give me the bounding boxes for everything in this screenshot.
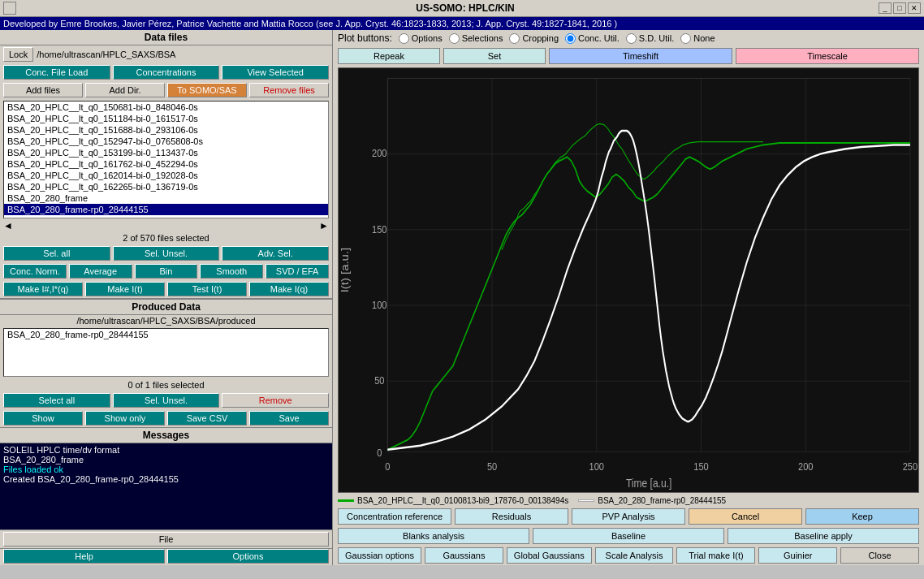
legend-row: BSA_20_HPLC__lt_q0_0100813-bi9_17876-0_0…	[333, 495, 924, 507]
legend-color-white	[578, 499, 594, 502]
to-somo-button[interactable]: To SOMO/SAS	[167, 83, 247, 97]
svg-text:200: 200	[798, 460, 814, 473]
help-button[interactable]: Help	[3, 549, 165, 564]
file-item[interactable]: BSA_20_280_frame-rp0_28444155	[4, 204, 328, 215]
average-button[interactable]: Average	[69, 264, 132, 279]
svg-text:100: 100	[372, 299, 387, 311]
adv-sel-button[interactable]: Adv. Sel.	[222, 246, 329, 261]
file-item[interactable]: BSA_20_HPLC__lt_q0_151184-bi-0_161517-0s	[4, 113, 328, 124]
radio-options[interactable]: Options	[399, 33, 443, 44]
timeshift-button[interactable]: Timeshift	[549, 48, 732, 64]
messages-content: SOLEIL HPLC time/dv formatBSA_20_280_fra…	[0, 443, 332, 529]
gaussian-options-button[interactable]: Gaussian options	[338, 547, 421, 564]
concentrations-button[interactable]: Concentrations	[113, 65, 220, 80]
select-all-button[interactable]: Select all	[3, 393, 110, 408]
messages-header: Messages	[0, 428, 332, 443]
file-item[interactable]: BSA_20_HPLC__lt_q0_162265-bi-0_136719-0s	[4, 181, 328, 192]
maximize-button[interactable]: □	[893, 2, 906, 14]
options-button[interactable]: Options	[167, 549, 329, 564]
svg-text:250: 250	[903, 460, 918, 473]
guinier-button[interactable]: Guinier	[758, 547, 837, 564]
test-it-button[interactable]: Test I(t)	[167, 282, 247, 296]
smooth-button[interactable]: Smooth	[200, 264, 263, 279]
svg-text:150: 150	[693, 460, 709, 473]
svg-text:100: 100	[589, 460, 605, 473]
svg-text:50: 50	[487, 460, 497, 473]
file-item[interactable]: BSA_20_280_frame	[4, 192, 328, 204]
bin-button[interactable]: Bin	[135, 264, 198, 279]
message-line: Files loaded ok	[3, 464, 329, 474]
save-button[interactable]: Save	[249, 411, 329, 426]
file-item[interactable]: BSA_20_HPLC__lt_q0_162014-bi-0_192028-0s	[4, 170, 328, 181]
global-gaussians-button[interactable]: Global Gaussians	[507, 547, 592, 564]
close-button[interactable]: ✕	[908, 2, 921, 14]
bottom-row2: Blanks analysis Baseline Baseline apply	[333, 526, 924, 546]
action-buttons-row: Repeak Set Timeshift Timescale	[333, 46, 924, 66]
conc-file-load-button[interactable]: Conc. File Load	[3, 65, 110, 80]
svg-text:Time [a.u.]: Time [a.u.]	[626, 477, 671, 490]
pvp-analysis-button[interactable]: PVP Analysis	[572, 508, 685, 525]
file-item[interactable]: BSA_20_HPLC__lt_q0_150681-bi-0_848046-0s	[4, 102, 328, 113]
lock-button[interactable]: Lock	[3, 47, 33, 62]
save-csv-button[interactable]: Save CSV	[167, 411, 247, 426]
produced-header: Produced Data	[0, 300, 332, 315]
file-item[interactable]: BSA_20_HPLC__lt_q0_152947-bi-0_0765808-0…	[4, 136, 328, 147]
sel-all-button[interactable]: Sel. all	[3, 246, 110, 261]
set-button[interactable]: Set	[443, 48, 546, 64]
timescale-button[interactable]: Timescale	[736, 48, 919, 64]
file-item[interactable]: BSA_20_HPLC__lt_q0_161762-bi-0_452294-0s	[4, 158, 328, 170]
produced-file-list[interactable]: BSA_20_280_frame-rp0_28444155	[3, 328, 329, 377]
chart-svg: 0 50 100 150 200 0 50 100 150 200 250 Ti…	[339, 68, 918, 492]
trial-make-it-button[interactable]: Trial make I(t)	[676, 547, 755, 564]
sel-unsel-button[interactable]: Sel. Unsel.	[113, 246, 220, 261]
gaussians-button[interactable]: Gaussians	[425, 547, 503, 564]
repeak-button[interactable]: Repeak	[338, 48, 440, 64]
produced-path: /home/ultrascan/HPLC_SAXS/BSA/produced	[0, 315, 332, 326]
make-it-button[interactable]: Make I(t)	[85, 282, 165, 296]
add-files-button[interactable]: Add files	[3, 83, 83, 97]
make-i-button[interactable]: Make I#,I*(q)	[3, 282, 83, 296]
show-button[interactable]: Show	[3, 411, 83, 426]
svd-efa-button[interactable]: SVD / EFA	[266, 264, 329, 279]
legend-item-white: BSA_20_280_frame-rp0_28444155	[578, 496, 726, 505]
blanks-analysis-button[interactable]: Blanks analysis	[338, 528, 529, 544]
produced-section: Produced Data /home/ultrascan/HPLC_SAXS/…	[0, 299, 332, 427]
radio-none[interactable]: None	[680, 33, 715, 44]
legend-label-white: BSA_20_280_frame-rp0_28444155	[598, 496, 726, 505]
bottom-row1: Concentration reference Residuals PVP An…	[333, 507, 924, 526]
keep-button[interactable]: Keep	[805, 508, 919, 525]
scale-analysis-button[interactable]: Scale Analysis	[595, 547, 674, 564]
radio-selections[interactable]: Selections	[449, 33, 503, 44]
produced-file-item[interactable]: BSA_20_280_frame-rp0_28444155	[4, 329, 328, 340]
baseline-apply-button[interactable]: Baseline apply	[728, 528, 919, 544]
concentration-reference-button[interactable]: Concentration reference	[338, 508, 451, 525]
show-only-button[interactable]: Show only	[85, 411, 165, 426]
window-title: US-SOMO: HPLC/KIN	[52, 2, 879, 14]
baseline-button[interactable]: Baseline	[533, 528, 724, 544]
left-panel: Data files Lock /home/ultrascan/HPLC_SAX…	[0, 30, 333, 565]
cancel-button[interactable]: Cancel	[689, 508, 802, 525]
file-item[interactable]: BSA_20_HPLC__lt_q0_151688-bi-0_293106-0s	[4, 124, 328, 136]
dev-banner: Developed by Emre Brookes, Javier Pérez,…	[0, 17, 924, 30]
conc-norm-button[interactable]: Conc. Norm.	[3, 264, 67, 279]
residuals-button[interactable]: Residuals	[455, 508, 568, 525]
remove-button[interactable]: Remove	[222, 393, 329, 408]
file-list[interactable]: BSA_20_HPLC__lt_q0_150681-bi-0_848046-0s…	[3, 101, 329, 218]
legend-color-green	[338, 499, 354, 502]
minimize-button[interactable]: _	[879, 2, 892, 14]
chart-area: 0 50 100 150 200 0 50 100 150 200 250 Ti…	[338, 67, 919, 493]
remove-files-button[interactable]: Remove files	[249, 83, 329, 97]
make-iq-button[interactable]: Make I(q)	[249, 282, 329, 296]
sel-unsel2-button[interactable]: Sel. Unsel.	[113, 393, 220, 408]
file-item[interactable]: BSA_20_HPLC__lt_q0_153199-bi-0_113437-0s	[4, 147, 328, 158]
radio-cropping[interactable]: Cropping	[509, 33, 559, 44]
close-button-bottom[interactable]: Close	[840, 547, 919, 564]
produced-count: 0 of 1 files selected	[0, 378, 332, 391]
title-bar: US-SOMO: HPLC/KIN _ □ ✕	[0, 0, 924, 17]
file-menu-button[interactable]: File	[3, 532, 329, 547]
radio-conc-util[interactable]: Conc. Util.	[565, 33, 620, 44]
view-selected-button[interactable]: View Selected	[222, 65, 329, 80]
data-path: /home/ultrascan/HPLC_SAXS/BSA	[37, 50, 329, 59]
add-dir-button[interactable]: Add Dir.	[85, 83, 165, 97]
radio-sd-util[interactable]: S.D. Util.	[626, 33, 674, 44]
